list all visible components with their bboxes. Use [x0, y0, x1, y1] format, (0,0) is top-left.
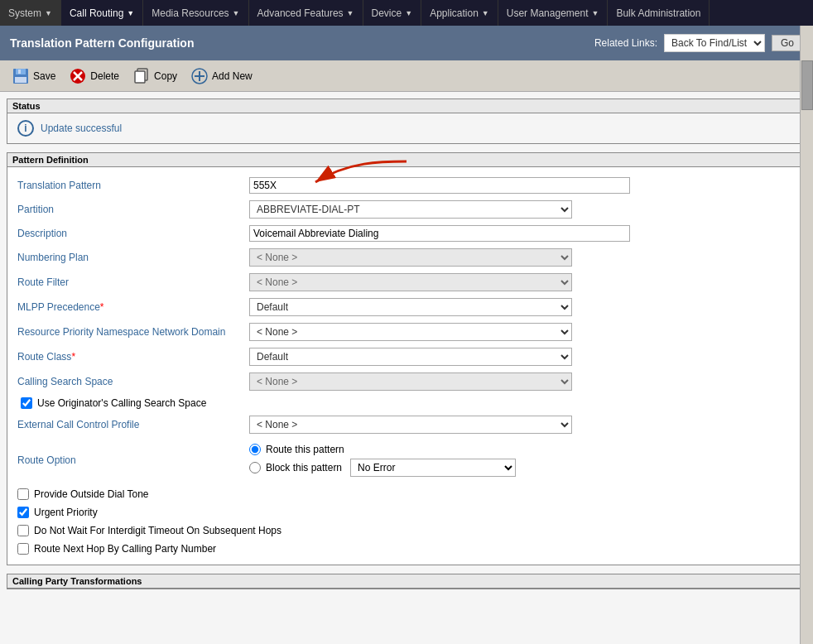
- nav-media-resources-caret: ▼: [233, 9, 240, 17]
- numbering-plan-select[interactable]: < None >: [249, 248, 572, 267]
- provide-outside-checkbox[interactable]: [17, 488, 29, 500]
- route-next-hop-checkbox[interactable]: [17, 543, 29, 555]
- status-legend: Status: [7, 99, 806, 113]
- urgent-priority-label: Urgent Priority: [34, 507, 98, 518]
- route-next-hop-label: Route Next Hop By Calling Party Number: [34, 543, 216, 555]
- numbering-plan-control: < None >: [249, 248, 647, 267]
- pattern-definition-form: Translation Pattern: [7, 167, 806, 565]
- toolbar: Save Delete Copy Add New: [0, 60, 813, 92]
- route-class-required-star: *: [71, 351, 75, 363]
- route-class-label: Route Class*: [17, 351, 249, 363]
- main-content: Status i Update successful Pattern Defin…: [0, 92, 813, 644]
- status-message: Update successful: [41, 123, 122, 134]
- block-option-select[interactable]: No Error: [350, 459, 516, 477]
- translation-pattern-input[interactable]: [249, 177, 630, 194]
- status-content: i Update successful: [7, 113, 806, 143]
- use-originator-label: Use Originator's Calling Search Space: [37, 397, 206, 409]
- nav-call-routing[interactable]: Call Routing ▼: [61, 0, 143, 26]
- svg-rect-2: [18, 70, 21, 74]
- nav-user-management-caret: ▼: [591, 9, 599, 17]
- resource-priority-label: Resource Priority Namespace Network Doma…: [17, 326, 249, 338]
- header-right: Related Links: Back To Find/List Go: [594, 34, 803, 52]
- nav-advanced-features[interactable]: Advanced Features ▼: [249, 0, 363, 26]
- copy-button[interactable]: Copy: [127, 65, 182, 87]
- calling-party-legend: Calling Party Transformations: [7, 574, 806, 589]
- nav-bulk-administration-label: Bulk Administration: [616, 7, 700, 19]
- translation-pattern-row: Translation Pattern: [17, 174, 796, 197]
- partition-control: ABBREVIATE-DIAL-PT: [249, 200, 647, 219]
- description-row: Description: [17, 222, 796, 245]
- svg-rect-3: [15, 77, 26, 83]
- description-input[interactable]: [249, 225, 630, 242]
- scrollbar-thumb[interactable]: [801, 60, 813, 110]
- nav-device[interactable]: Device ▼: [363, 0, 422, 26]
- page-title: Translation Pattern Configuration: [10, 36, 194, 50]
- calling-search-space-select[interactable]: < None >: [249, 372, 572, 391]
- nav-system-label: System: [8, 7, 41, 19]
- related-links-label: Related Links:: [594, 37, 657, 49]
- route-filter-select[interactable]: < None >: [249, 273, 572, 291]
- urgent-priority-checkbox[interactable]: [17, 507, 29, 518]
- route-filter-control: < None >: [249, 273, 647, 291]
- save-button[interactable]: Save: [7, 65, 60, 87]
- nav-advanced-features-label: Advanced Features: [257, 7, 344, 19]
- scrollbar-track: [800, 26, 813, 644]
- route-filter-row: Route Filter < None >: [17, 270, 796, 295]
- nav-call-routing-label: Call Routing: [70, 7, 123, 19]
- save-label: Save: [33, 70, 55, 82]
- route-class-control: Default: [249, 348, 647, 366]
- partition-label: Partition: [17, 204, 249, 215]
- top-navigation: System ▼ Call Routing ▼ Media Resources …: [0, 0, 813, 26]
- related-links-select[interactable]: Back To Find/List: [664, 34, 765, 52]
- route-next-hop-row: Route Next Hop By Calling Party Number: [17, 540, 796, 558]
- nav-media-resources[interactable]: Media Resources ▼: [143, 0, 248, 26]
- mlpp-precedence-select[interactable]: Default: [249, 298, 572, 316]
- add-new-icon: [190, 67, 209, 85]
- route-option-label: Route Option: [17, 454, 249, 466]
- nav-system[interactable]: System ▼: [0, 0, 61, 26]
- route-this-pattern-radio[interactable]: [249, 444, 261, 455]
- delete-icon: [69, 67, 87, 85]
- delete-button[interactable]: Delete: [64, 65, 124, 87]
- copy-icon: [132, 67, 151, 85]
- route-this-pattern-row: Route this pattern: [249, 442, 647, 457]
- save-icon: [12, 67, 30, 85]
- nav-media-resources-label: Media Resources: [152, 7, 229, 19]
- translation-pattern-control: [249, 177, 647, 194]
- route-class-select[interactable]: Default: [249, 348, 572, 366]
- resource-priority-row: Resource Priority Namespace Network Doma…: [17, 320, 796, 344]
- calling-search-space-row: Calling Search Space < None >: [17, 369, 796, 394]
- block-this-pattern-radio[interactable]: [249, 462, 261, 473]
- delete-label: Delete: [90, 70, 119, 82]
- nav-device-caret: ▼: [405, 9, 412, 17]
- nav-user-management[interactable]: User Management ▼: [498, 0, 609, 26]
- block-this-pattern-row: Block this pattern No Error: [249, 457, 647, 478]
- partition-row: Partition ABBREVIATE-DIAL-PT: [17, 197, 796, 222]
- do-not-wait-row: Do Not Wait For Interdigit Timeout On Su…: [17, 521, 796, 540]
- nav-user-management-label: User Management: [507, 7, 589, 19]
- route-this-pattern-label: Route this pattern: [266, 444, 344, 455]
- add-new-button[interactable]: Add New: [185, 65, 257, 87]
- provide-outside-row: Provide Outside Dial Tone: [17, 483, 796, 503]
- use-originator-checkbox[interactable]: [21, 397, 32, 409]
- nav-bulk-administration[interactable]: Bulk Administration: [608, 0, 710, 26]
- external-call-row: External Call Control Profile < None >: [17, 412, 796, 437]
- svg-rect-8: [135, 71, 145, 83]
- nav-call-routing-caret: ▼: [127, 9, 134, 17]
- external-call-control: < None >: [249, 416, 647, 434]
- mlpp-precedence-control: Default: [249, 298, 647, 316]
- go-button[interactable]: Go: [772, 35, 803, 51]
- partition-select[interactable]: ABBREVIATE-DIAL-PT: [249, 200, 572, 219]
- external-call-select[interactable]: < None >: [249, 416, 572, 434]
- do-not-wait-checkbox[interactable]: [17, 525, 29, 536]
- calling-search-space-control: < None >: [249, 372, 647, 391]
- resource-priority-select[interactable]: < None >: [249, 323, 572, 341]
- urgent-priority-row: Urgent Priority: [17, 503, 796, 521]
- nav-application[interactable]: Application ▼: [421, 0, 498, 26]
- info-icon: i: [17, 120, 34, 137]
- copy-label: Copy: [154, 70, 177, 82]
- add-new-label: Add New: [212, 70, 253, 82]
- route-filter-label: Route Filter: [17, 276, 249, 288]
- nav-device-label: Device: [372, 7, 402, 19]
- external-call-label: External Call Control Profile: [17, 419, 249, 430]
